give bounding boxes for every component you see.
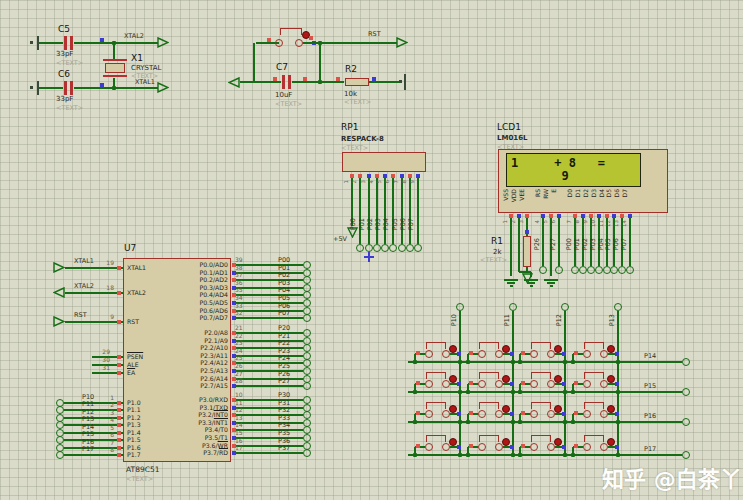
terminal-circle[interactable]	[373, 244, 381, 252]
button-terminal[interactable]	[425, 410, 433, 418]
button-terminal[interactable]	[583, 443, 591, 451]
wire[interactable]	[572, 447, 574, 455]
wire[interactable]	[467, 447, 469, 455]
terminal-circle[interactable]	[456, 303, 464, 311]
button-terminal[interactable]	[425, 350, 433, 358]
terminal-circle[interactable]	[303, 367, 311, 375]
resistor-body[interactable]	[345, 78, 369, 86]
wire[interactable]	[467, 354, 469, 362]
terminal-circle[interactable]	[414, 244, 422, 252]
button-terminal[interactable]	[530, 410, 538, 418]
wire[interactable]	[467, 414, 469, 422]
wire[interactable]	[240, 81, 281, 83]
terminal-circle[interactable]	[682, 451, 690, 459]
terminal-circle[interactable]	[303, 434, 311, 442]
wire[interactable]	[39, 42, 63, 44]
wire[interactable]	[39, 87, 63, 89]
wire[interactable]	[65, 267, 123, 269]
button-terminal[interactable]	[583, 350, 591, 358]
wire[interactable]	[74, 42, 158, 44]
terminal-circle[interactable]	[389, 244, 397, 252]
wire[interactable]	[376, 178, 378, 244]
terminal-arrow[interactable]	[522, 273, 534, 284]
terminal-circle[interactable]	[618, 266, 626, 274]
terminal-arrow[interactable]	[53, 262, 65, 273]
capacitor-plate[interactable]	[70, 81, 73, 95]
wire[interactable]	[414, 447, 416, 455]
capacitor-plate[interactable]	[64, 81, 67, 95]
wire[interactable]	[319, 45, 321, 82]
terminal-circle[interactable]	[561, 303, 569, 311]
terminal-circle[interactable]	[56, 451, 64, 459]
terminal-circle[interactable]	[303, 449, 311, 457]
button-terminal[interactable]	[425, 380, 433, 388]
terminal-circle[interactable]	[539, 266, 547, 274]
wire[interactable]	[233, 317, 303, 319]
capacitor-plate[interactable]	[70, 36, 73, 50]
wire[interactable]	[510, 218, 512, 276]
wire[interactable]	[65, 321, 123, 323]
wire[interactable]	[519, 447, 521, 455]
wire[interactable]	[408, 361, 682, 363]
terminal-circle[interactable]	[509, 303, 517, 311]
wire[interactable]	[408, 421, 682, 423]
terminal-arrow[interactable]	[157, 82, 169, 93]
button-terminal[interactable]	[530, 443, 538, 451]
capacitor-plate[interactable]	[64, 36, 67, 50]
wire[interactable]	[359, 178, 361, 244]
wire[interactable]	[417, 178, 419, 244]
wire[interactable]	[519, 384, 521, 392]
button-terminal[interactable]	[478, 443, 486, 451]
button-terminal[interactable]	[583, 410, 591, 418]
terminal-circle[interactable]	[381, 244, 389, 252]
terminal-circle[interactable]	[303, 261, 311, 269]
terminal-circle[interactable]	[682, 358, 690, 366]
wire[interactable]	[384, 178, 386, 244]
wire[interactable]	[414, 354, 416, 362]
terminal-circle[interactable]	[682, 418, 690, 426]
terminal-circle[interactable]	[56, 436, 64, 444]
capacitor-plate[interactable]	[288, 75, 291, 89]
wire[interactable]	[629, 218, 631, 266]
wire[interactable]	[113, 45, 115, 60]
button-terminal[interactable]	[478, 350, 486, 358]
terminal-circle[interactable]	[303, 396, 311, 404]
wire[interactable]	[467, 384, 469, 392]
terminal-circle[interactable]	[303, 344, 311, 352]
wire[interactable]	[526, 267, 528, 272]
terminal-circle[interactable]	[682, 388, 690, 396]
button-terminal[interactable]	[275, 39, 283, 47]
terminal-circle[interactable]	[303, 276, 311, 284]
button-terminal[interactable]	[295, 39, 303, 47]
resistor-body[interactable]	[523, 236, 531, 267]
wire[interactable]	[414, 414, 416, 422]
wire[interactable]	[518, 218, 520, 272]
wire[interactable]	[369, 81, 402, 83]
wire[interactable]	[74, 87, 158, 89]
terminal-circle[interactable]	[571, 266, 579, 274]
wire[interactable]	[113, 78, 115, 86]
terminal-circle[interactable]	[303, 299, 311, 307]
wire[interactable]	[409, 178, 411, 244]
wire[interactable]	[233, 452, 303, 454]
button-terminal[interactable]	[530, 380, 538, 388]
terminal-circle[interactable]	[610, 266, 618, 274]
wire[interactable]	[65, 292, 123, 294]
wire[interactable]	[572, 414, 574, 422]
terminal-arrow[interactable]	[228, 77, 240, 88]
terminal-circle[interactable]	[614, 303, 622, 311]
terminal-arrow[interactable]	[157, 37, 169, 48]
terminal-circle[interactable]	[303, 314, 311, 322]
button-terminal[interactable]	[478, 410, 486, 418]
terminal-circle[interactable]	[406, 244, 414, 252]
wire[interactable]	[233, 385, 303, 387]
wire[interactable]	[519, 414, 521, 422]
terminal-circle[interactable]	[365, 244, 373, 252]
wire[interactable]	[542, 218, 544, 266]
terminal-circle[interactable]	[356, 244, 364, 252]
wire[interactable]	[392, 178, 394, 244]
wire[interactable]	[368, 178, 370, 244]
terminal-arrow[interactable]	[53, 316, 65, 327]
wire[interactable]	[408, 391, 682, 393]
terminal-circle[interactable]	[595, 266, 603, 274]
